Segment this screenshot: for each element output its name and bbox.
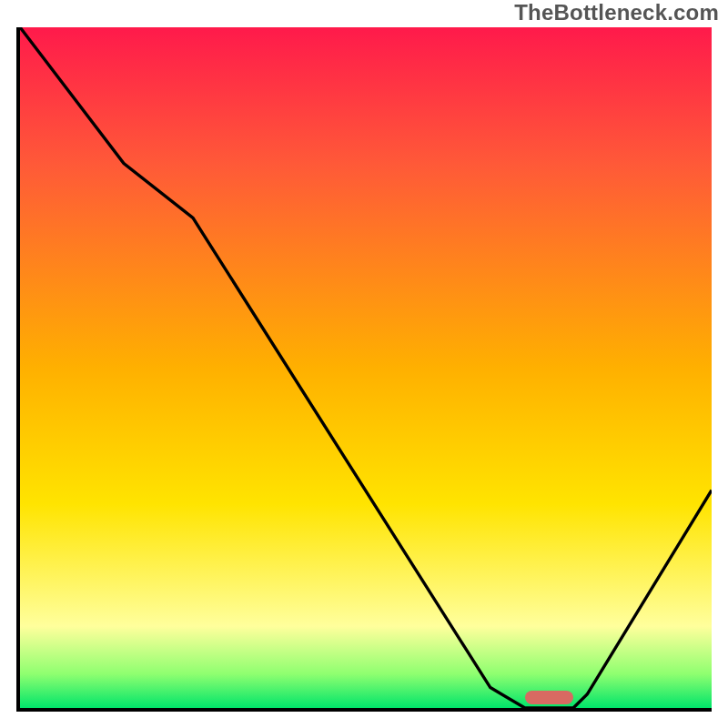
watermark-text: TheBottleneck.com [514,0,719,25]
bottleneck-curve [20,27,712,708]
plot-inner [20,27,712,708]
chart-plot-area [16,27,712,712]
optimal-range-marker [525,691,573,704]
